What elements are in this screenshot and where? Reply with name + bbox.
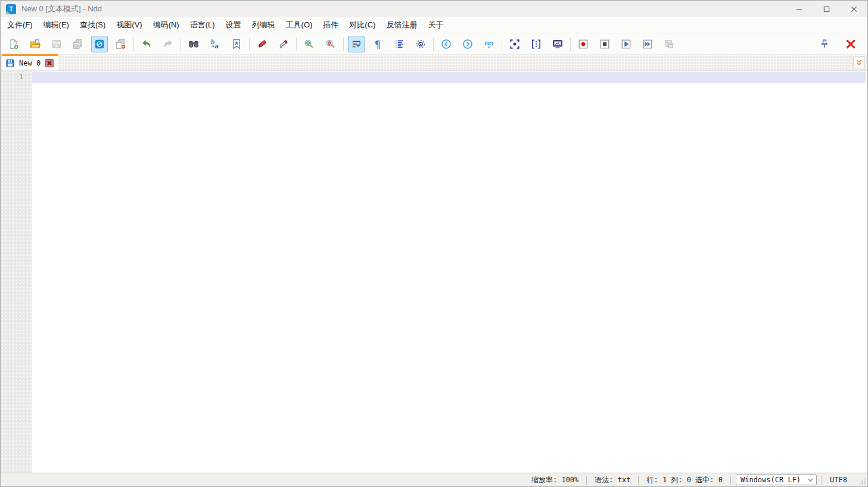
saved-floppy-icon [6,59,14,67]
bookmark-button[interactable] [228,36,245,52]
toolbar-separator [296,38,297,51]
menu-item-language[interactable]: 语言(L) [185,17,220,33]
maximize-button[interactable] [813,1,840,17]
new-file-button[interactable] [5,36,22,52]
cursor-position: 行: 1 列: 0 选中: 0 [639,475,730,485]
open-file-icon [30,39,41,49]
resize-grip[interactable] [857,476,866,485]
bookmark-icon [231,39,242,49]
record-icon [578,39,589,49]
svg-text:a: a [214,42,218,49]
syntax-mode: 语法: txt [587,475,638,485]
toolbar-separator [343,38,344,51]
goto-line-button[interactable]: GO » [481,36,497,52]
maximize-icon [823,6,830,13]
tab-close-button[interactable] [45,59,54,67]
back-icon [441,39,452,49]
toolbar-separator [570,38,571,51]
menu-item-about[interactable]: 关于 [422,17,449,33]
save-all-button[interactable] [70,36,86,52]
close-toolbar-button[interactable] [842,36,859,52]
close-file-button[interactable] [91,36,108,52]
undo-button[interactable] [138,36,155,52]
double-chevron-down-icon [855,59,863,66]
redo-button[interactable] [160,36,176,52]
title-bar[interactable]: T New 0 [文本模式] - Ndd [1,1,867,17]
nav-back-button[interactable] [438,36,455,52]
menu-item-edit[interactable]: 编辑(E) [38,17,74,33]
pin-toolbar-button[interactable] [816,36,833,52]
status-bar: 缩放率: 100% 语法: txt 行: 1 列: 0 选中: 0 Window… [1,473,867,486]
save-macro-icon [664,39,674,49]
zoom-out-button[interactable] [322,36,339,52]
full-screen-button[interactable] [549,36,566,52]
split-view-icon [509,39,520,49]
stop-macro-button[interactable] [596,36,613,52]
play-macro-multiple-button[interactable] [639,36,656,52]
undo-icon [141,39,152,49]
close-button[interactable] [840,1,867,17]
pilcrow-icon: ¶ [375,38,381,50]
indent-guides-button[interactable] [391,36,407,52]
svg-text:b: b [211,39,214,45]
replace-button[interactable]: b a [207,36,223,52]
menu-item-feedback-register[interactable]: 反馈注册 [381,17,422,33]
zoom-in-button[interactable] [301,36,318,52]
close-all-button[interactable] [113,36,129,52]
menu-item-tools[interactable]: 工具(O) [281,17,318,33]
find-button[interactable] [185,36,202,52]
toolbar-separator [133,38,134,51]
current-line-highlight [32,72,866,83]
tab-list-button[interactable] [853,56,865,69]
word-wrap-button[interactable] [348,36,365,52]
menu-item-search[interactable]: 查找(S) [74,17,111,33]
show-symbols-button[interactable]: ¶ [369,36,386,52]
find-binoculars-icon [188,39,199,49]
stop-icon [599,39,610,49]
menu-item-settings[interactable]: 设置 [220,17,247,33]
window-controls [785,1,867,17]
text-edit-area[interactable] [32,71,867,473]
play-macro-button[interactable] [618,36,634,52]
save-all-icon [73,39,83,49]
clear-marks-button[interactable] [275,36,292,52]
menu-item-view[interactable]: 视图(V) [111,17,147,33]
open-file-button[interactable] [27,36,43,52]
menu-item-column-edit[interactable]: 列编辑 [247,17,281,33]
line-ending-select[interactable]: Windows(CR LF) [736,474,817,485]
status-separator [730,476,731,485]
close-icon [851,6,857,13]
record-macro-button[interactable] [575,36,592,52]
zoom-out-icon [325,39,336,49]
play-icon [621,39,631,49]
pin-icon [819,39,830,49]
toolbar-separator [433,38,434,51]
tab-new-0[interactable]: New 0 [2,54,58,70]
tab-bar: New 0 [1,54,867,71]
toolbar-separator [249,38,250,51]
minimize-icon [796,6,802,13]
menu-item-plugins[interactable]: 插件 [318,17,344,33]
save-button[interactable] [48,36,65,52]
save-icon [51,39,62,49]
locate-button[interactable] [412,36,429,52]
close-file-icon [94,39,105,49]
menu-bar: 文件(F) 编辑(E) 查找(S) 视图(V) 编码(N) 语言(L) 设置 列… [1,17,867,33]
encoding-label: UTF8 [822,476,855,484]
nav-forward-button[interactable] [459,36,476,52]
menu-item-encoding[interactable]: 编码(N) [148,17,185,33]
eraser-icon [278,39,289,49]
line-ending-value: Windows(CR LF) [741,476,801,484]
monitor-icon [552,39,563,49]
menu-item-file[interactable]: 文件(F) [2,17,38,33]
minimize-button[interactable] [785,1,813,17]
save-macro-button[interactable] [661,36,677,52]
split-view-button[interactable] [506,36,523,52]
goto-icon: GO » [484,39,494,49]
menu-item-compare[interactable]: 对比(C) [344,17,381,33]
mark-highlight-button[interactable] [254,36,270,52]
chevron-down-icon [808,477,813,483]
svg-text:»: » [487,44,490,49]
document-map-button[interactable] [528,36,545,52]
line-number-gutter[interactable]: 1 [1,71,32,473]
